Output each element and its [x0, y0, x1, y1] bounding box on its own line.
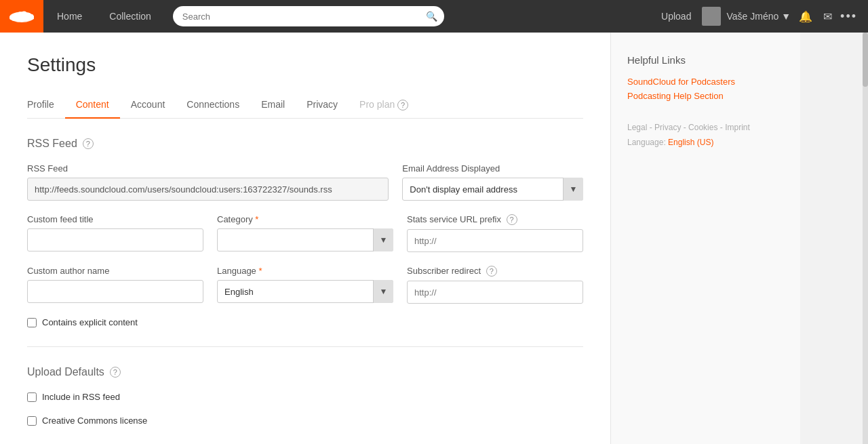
stats-url-input[interactable] — [407, 229, 583, 252]
rss-feed-label: RSS Feed — [27, 163, 389, 174]
form-row-rss: RSS Feed Email Address Displayed Don't d… — [27, 163, 583, 201]
subscriber-redirect-group: Subscriber redirect ? — [407, 266, 583, 304]
stats-url-label: Stats service URL prefix ? — [407, 214, 583, 225]
search-icon: 🔍 — [426, 11, 437, 22]
rss-section-header: RSS Feed ? — [27, 138, 583, 150]
explicit-content-checkbox[interactable] — [27, 318, 37, 327]
language-group: Language * English German French Spanish… — [217, 266, 393, 304]
tab-connections[interactable]: Connections — [176, 92, 250, 119]
main-content: Settings Profile Content Account Connect… — [0, 33, 610, 444]
email-displayed-label: Email Address Displayed — [402, 163, 583, 174]
nav-home[interactable]: Home — [43, 0, 96, 33]
messages-icon[interactable]: ✉ — [821, 10, 835, 23]
email-displayed-group: Email Address Displayed Don't display em… — [402, 163, 583, 201]
sidebar-language: Language: English (US) — [627, 138, 784, 147]
nav-right: Upload Vaše Jméno ▼ 🔔 ✉ ••• — [656, 7, 868, 26]
rss-feed-group: RSS Feed — [27, 163, 389, 201]
stats-url-group: Stats service URL prefix ? — [407, 214, 583, 252]
tab-content[interactable]: Content — [65, 92, 120, 119]
tab-profile[interactable]: Profile — [27, 92, 65, 119]
language-prefix: Language: — [627, 138, 666, 147]
cookies-link[interactable]: Cookies — [688, 123, 717, 132]
scrollbar-thumb[interactable] — [863, 33, 868, 87]
language-select-wrapper: English German French Spanish ▼ — [217, 280, 393, 303]
chevron-down-icon: ▼ — [781, 11, 791, 22]
rss-feed-input[interactable] — [27, 178, 389, 201]
custom-author-input[interactable] — [27, 280, 203, 303]
include-rss-label[interactable]: Include in RSS feed — [42, 392, 120, 402]
pro-help-icon[interactable]: ? — [397, 100, 408, 110]
helpful-links-title: Helpful Links — [627, 54, 784, 66]
custom-author-group: Custom author name — [27, 266, 203, 304]
sidebar-link-podcasting-help[interactable]: Podcasting Help Section — [627, 91, 784, 101]
privacy-link[interactable]: Privacy — [654, 123, 681, 132]
page-wrapper: Settings Profile Content Account Connect… — [0, 33, 868, 444]
search-bar: 🔍 — [173, 6, 444, 26]
top-navigation: Home Collection 🔍 Upload Vaše Jméno ▼ 🔔 … — [0, 0, 868, 33]
nav-collection[interactable]: Collection — [96, 0, 164, 33]
sidebar-link-podcasters[interactable]: SoundCloud for Podcasters — [627, 77, 784, 87]
tab-email[interactable]: Email — [250, 92, 296, 119]
explicit-content-row: Contains explicit content — [27, 317, 583, 327]
subscriber-redirect-help-icon[interactable]: ? — [486, 266, 497, 277]
avatar — [702, 7, 721, 26]
custom-feed-title-group: Custom feed title — [27, 214, 203, 252]
language-select[interactable]: English German French Spanish — [217, 280, 393, 303]
tab-account[interactable]: Account — [120, 92, 176, 119]
custom-author-label: Custom author name — [27, 266, 203, 276]
notifications-icon[interactable]: 🔔 — [796, 10, 815, 23]
legal-link[interactable]: Legal — [627, 123, 647, 132]
include-rss-checkbox[interactable] — [27, 392, 37, 402]
tab-pro: Pro plan ? — [349, 92, 419, 119]
section-divider — [27, 346, 583, 347]
subscriber-redirect-input[interactable] — [407, 281, 583, 304]
settings-tabs: Profile Content Account Connections Emai… — [27, 92, 583, 119]
creative-commons-checkbox[interactable] — [27, 416, 37, 426]
upload-defaults-title: Upload Defaults — [27, 366, 104, 378]
more-menu-icon[interactable]: ••• — [840, 9, 857, 24]
upload-defaults-help-icon[interactable]: ? — [110, 367, 121, 378]
email-select-wrapper: Don't display email address Display emai… — [402, 178, 583, 201]
custom-feed-title-input[interactable] — [27, 228, 203, 251]
form-row-author: Custom author name Language * English Ge… — [27, 266, 583, 304]
subscriber-redirect-label: Subscriber redirect ? — [407, 266, 583, 277]
tab-privacy[interactable]: Privacy — [296, 92, 349, 119]
imprint-link[interactable]: Imprint — [725, 123, 750, 132]
include-rss-row: Include in RSS feed — [27, 392, 583, 402]
email-displayed-select[interactable]: Don't display email address Display emai… — [402, 178, 583, 201]
sidebar: Helpful Links SoundCloud for Podcasters … — [610, 33, 800, 444]
soundcloud-logo[interactable] — [0, 0, 43, 33]
username-menu[interactable]: Vaše Jméno ▼ — [726, 11, 791, 22]
language-value[interactable]: English (US) — [668, 138, 713, 147]
scrollbar-track — [863, 33, 868, 444]
rss-help-icon[interactable]: ? — [83, 138, 94, 149]
language-label: Language * — [217, 266, 393, 276]
category-group: Category * ▼ — [217, 214, 393, 252]
category-label: Category * — [217, 214, 393, 224]
upload-button[interactable]: Upload — [656, 11, 696, 22]
page-title: Settings — [27, 54, 583, 76]
rss-section-title: RSS Feed — [27, 138, 77, 150]
sidebar-legal: Legal - Privacy - Cookies - Imprint — [627, 123, 784, 132]
creative-commons-label[interactable]: Creative Commons license — [42, 416, 147, 426]
form-row-custom: Custom feed title Category * ▼ Stats ser… — [27, 214, 583, 252]
upload-defaults-section-header: Upload Defaults ? — [27, 366, 583, 378]
category-select[interactable] — [217, 228, 393, 251]
explicit-content-label[interactable]: Contains explicit content — [42, 317, 138, 327]
custom-feed-title-label: Custom feed title — [27, 214, 203, 224]
category-select-wrapper: ▼ — [217, 228, 393, 251]
search-input[interactable] — [173, 6, 444, 26]
creative-commons-row: Creative Commons license — [27, 416, 583, 426]
stats-url-help-icon[interactable]: ? — [507, 214, 517, 225]
